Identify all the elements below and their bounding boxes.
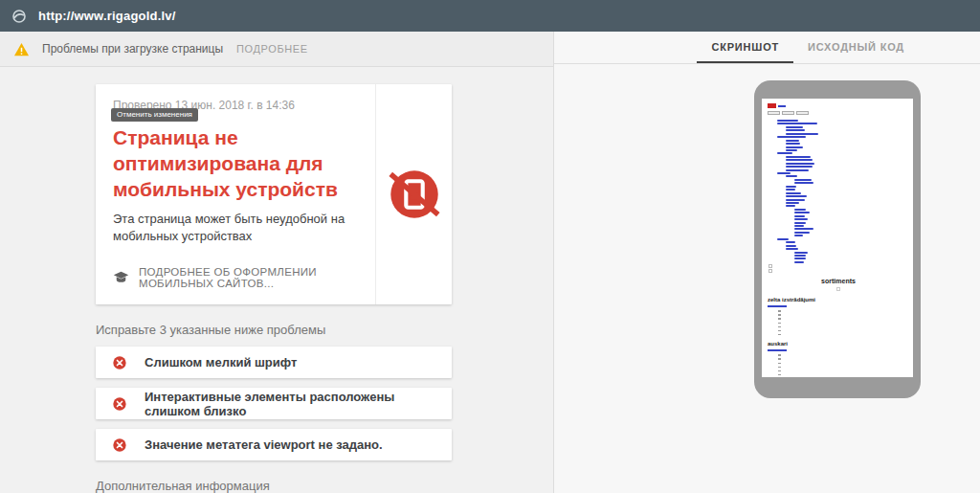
- fetch-globe-icon: [11, 9, 27, 24]
- issue-row-tap-targets[interactable]: Интерактивные элементы расположены слишк…: [96, 388, 452, 419]
- tab-source-code[interactable]: ИСХОДНЫЙ КОД: [793, 32, 919, 63]
- mini-heading-zelta: zelta izstrādājumi: [768, 297, 909, 303]
- phone-mockup: sortiments zelta izstrādājumi auskari: [754, 80, 921, 398]
- mini-heading-auskari: auskari: [768, 341, 909, 347]
- mini-ordered-list: [778, 310, 909, 335]
- issue-label: Слишком мелкий шрифт: [145, 355, 297, 370]
- error-circle-icon: [112, 355, 127, 370]
- not-mobile-friendly-icon: [383, 163, 446, 226]
- preview-tabbar: СКРИНШОТ ИСХОДНЫЙ КОД: [554, 32, 980, 64]
- verdict-subtitle: Эта страница может быть неудобной на моб…: [113, 211, 362, 245]
- learn-more-label: ПОДРОБНЕЕ ОБ ОФОРМЛЕНИИ МОБИЛЬНЫХ САЙТОВ…: [139, 266, 362, 289]
- issue-row-small-font[interactable]: Слишком мелкий шрифт: [96, 347, 452, 378]
- page-load-warning-bar: Проблемы при загрузке страницы ПОДРОБНЕЕ: [0, 32, 553, 67]
- learn-more-link[interactable]: ПОДРОБНЕЕ ОБ ОФОРМЛЕНИИ МОБИЛЬНЫХ САЙТОВ…: [113, 266, 362, 289]
- mini-site-logo: [768, 103, 776, 108]
- verdict-card: Проверено 13 июн. 2018 г. в 14:36 Отмени…: [96, 84, 452, 304]
- mini-site-header: [768, 103, 909, 108]
- mini-ordered-list: [778, 354, 909, 375]
- tested-url[interactable]: http://www.rigagold.lv/: [38, 9, 176, 23]
- issue-label: Интерактивные элементы расположены слишк…: [145, 390, 452, 418]
- mini-broken-image: [836, 287, 840, 291]
- mini-link-list: [768, 120, 909, 263]
- additional-heading: Дополнительная информация: [96, 479, 452, 493]
- preview-pane: СКРИНШОТ ИСХОДНЫЙ КОД sortiments zelta i…: [554, 32, 980, 493]
- issue-row-viewport[interactable]: Значение метатега viewport не задано.: [96, 429, 452, 460]
- mini-heading-sortiments: sortiments: [768, 278, 909, 284]
- error-circle-icon: [112, 437, 127, 453]
- warning-text: Проблемы при загрузке страницы: [42, 42, 223, 56]
- tab-screenshot[interactable]: СКРИНШОТ: [697, 32, 793, 63]
- url-bar: http://www.rigagold.lv/: [0, 0, 980, 32]
- issues-heading: Исправьте 3 указанные ниже проблемы: [96, 323, 452, 337]
- phone-screenshot: sortiments zelta izstrādājumi auskari: [762, 99, 913, 377]
- error-circle-icon: [112, 396, 127, 412]
- mini-nav-buttons: [768, 111, 909, 115]
- warning-details-link[interactable]: ПОДРОБНЕЕ: [236, 43, 308, 55]
- results-pane: Проблемы при загрузке страницы ПОДРОБНЕЕ…: [0, 32, 554, 493]
- undo-tooltip: Отменить изменения: [111, 108, 198, 122]
- verdict-title: Страница не оптимизирована для мобильных…: [113, 125, 354, 203]
- school-icon: [113, 271, 129, 284]
- issue-label: Значение метатега viewport не задано.: [145, 437, 383, 452]
- warning-triangle-icon: [13, 42, 30, 56]
